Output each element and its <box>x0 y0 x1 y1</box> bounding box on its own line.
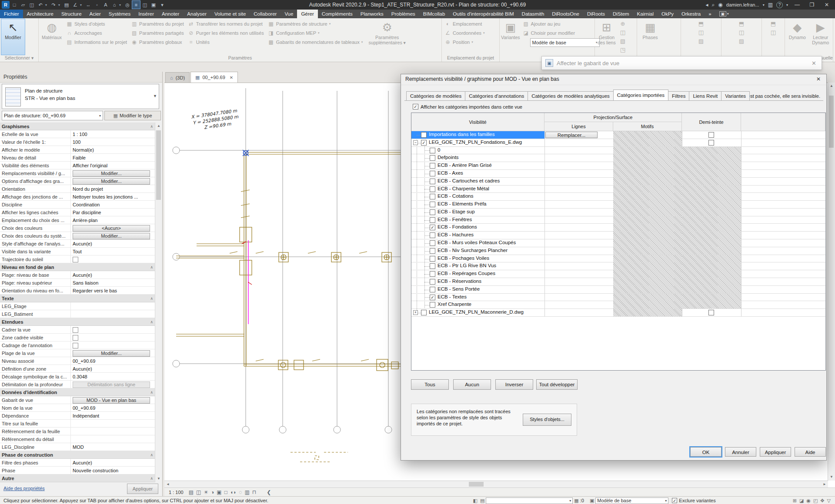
ajouter-au-jeu-button[interactable]: ▧Ajouter au jeu <box>521 19 600 28</box>
editing-requests-icon[interactable]: ▤ <box>480 498 484 504</box>
revit-logo-icon[interactable]: R <box>2 1 10 9</box>
table-row[interactable]: ECB - Sens Portée <box>411 286 825 294</box>
table-row[interactable]: ECB - Eléments Préfa <box>411 201 825 209</box>
tool-icon[interactable]: ▧ <box>618 36 627 45</box>
dialog-tab-variantes[interactable]: Variantes <box>721 91 750 100</box>
property-button[interactable]: Modifier... <box>73 350 150 357</box>
ribbon-tab-volume-et-site[interactable]: Volume et site <box>210 10 250 18</box>
chevron-down-icon[interactable]: ▾ <box>58 3 62 7</box>
tool-icon[interactable]: ⬒ <box>697 19 705 28</box>
param-tres-suppl-mentaires-button[interactable]: ⚙Paramètres supplémentaires ▾ <box>365 19 409 55</box>
customize-qat-icon[interactable]: ▾ <box>158 1 166 9</box>
ribbon-tab-okpy[interactable]: OkPy <box>658 10 678 18</box>
table-row[interactable]: ECB - Repérages Coupes <box>411 270 825 278</box>
tag-icon[interactable]: ◦ <box>93 1 101 9</box>
ribbon-tab-architecture[interactable]: Architecture <box>23 10 57 18</box>
property-value[interactable]: MOD - Vue en plan bas <box>70 396 154 404</box>
property-value[interactable]: 00_+90.69 <box>70 357 154 365</box>
category-checkbox[interactable] <box>430 279 435 285</box>
section-header-donn-es-d-identification[interactable]: Données d'identification∧ <box>0 388 156 396</box>
property-value[interactable]: Normal(e) <box>70 146 154 154</box>
table-row[interactable]: −✓LEG_GOE_TZN_PLN_Fondations_E.dwg <box>411 139 825 147</box>
signed-in-user[interactable]: damien.lefran... <box>726 2 759 7</box>
open-icon[interactable]: ▱ <box>19 1 27 9</box>
property-checkbox[interactable] <box>73 343 78 348</box>
mat-riaux-button[interactable]: ◍Matériaux <box>40 19 63 55</box>
dialog-tab-cat-gories-de-mod-les[interactable]: Catégories de modèles <box>406 91 465 100</box>
workset-select[interactable]: ▾ <box>486 497 573 504</box>
tool-icon[interactable]: ⊕ <box>618 19 627 28</box>
category-checkbox[interactable] <box>430 248 435 254</box>
ribbon-tab-collaborer[interactable]: Collaborer <box>250 10 281 18</box>
property-value[interactable] <box>70 302 154 310</box>
property-button[interactable]: Modifier... <box>73 178 150 185</box>
table-row[interactable]: Xref Charpente <box>411 301 825 309</box>
property-value[interactable]: Nord du projet <box>70 185 154 193</box>
close-icon[interactable]: ✕ <box>810 60 818 66</box>
expand-node-icon[interactable]: + <box>413 310 418 315</box>
inverser-button[interactable]: Inverser <box>495 379 533 390</box>
close-hidden-windows-icon[interactable]: ◫ <box>141 1 149 9</box>
property-checkbox[interactable] <box>73 257 78 262</box>
switch-windows-icon[interactable]: ▣ <box>150 1 157 9</box>
dialog-tab-liens-revit[interactable]: Liens Revit <box>689 91 721 100</box>
property-value[interactable]: 00_+90.69 <box>70 404 154 412</box>
properties-help-link[interactable]: Aide des propriétés <box>3 486 45 491</box>
purger-les-l-ments-non-utilis-s-button[interactable]: ⊘Purger les éléments non utilisés <box>187 28 265 37</box>
property-value[interactable]: Nouvelle construction <box>70 467 154 474</box>
appliquer-button[interactable]: Appliquer <box>760 447 791 457</box>
property-value[interactable]: Aucun(e) <box>70 365 154 373</box>
table-row[interactable]: ECB - Réservations <box>411 278 825 286</box>
category-checkbox-checked[interactable]: ✓ <box>430 225 435 230</box>
section-header-autre[interactable]: Autre∧ <box>0 474 156 482</box>
category-checkbox[interactable] <box>430 186 435 192</box>
temporary-view-properties-icon[interactable]: ▥ <box>245 489 250 495</box>
unit-s-button[interactable]: ⌗Unités <box>187 37 265 46</box>
property-button[interactable]: <Aucun> <box>73 225 150 232</box>
table-row[interactable]: ECB - Etage sup <box>411 209 825 216</box>
ok-button[interactable]: OK <box>690 447 721 457</box>
category-checkbox[interactable] <box>430 163 435 169</box>
tool-icon[interactable]: ◫ <box>618 28 627 36</box>
visual-style-icon[interactable]: ◫ <box>196 489 201 495</box>
annuler-button[interactable]: Annuler <box>725 447 756 457</box>
property-value[interactable] <box>70 334 154 342</box>
halftone-checkbox[interactable] <box>708 132 714 138</box>
table-row[interactable]: ECB - Hachures <box>411 232 825 239</box>
view-template-label[interactable]: Affecter le gabarit de vue <box>557 60 806 66</box>
replace-button[interactable]: Remplacer... <box>545 132 598 138</box>
section-header-phase-de-construction[interactable]: Phase de construction∧ <box>0 451 156 459</box>
section-header-texte[interactable]: Texte∧ <box>0 295 156 302</box>
category-checkbox[interactable] <box>430 287 435 292</box>
restore-button[interactable]: ❐ <box>806 2 818 8</box>
undo-icon[interactable]: ↶ <box>37 1 44 9</box>
ribbon-tab-structure[interactable]: Structure <box>57 10 86 18</box>
aide-button[interactable]: Aide <box>795 447 826 457</box>
view-tab-00-90-69[interactable]: ▦00_+90.69✕ <box>190 72 238 83</box>
modifier-button[interactable]: ↖Modifier <box>1 19 25 55</box>
property-value[interactable]: Arrière-plan <box>70 216 154 224</box>
base-model-select[interactable]: Modèle de base▾ <box>530 38 600 47</box>
table-row[interactable]: ECB - Cotations <box>411 193 825 201</box>
table-row[interactable]: ECB - Murs voiles Poteaux Coupés <box>411 239 825 247</box>
category-checkbox[interactable] <box>430 263 435 269</box>
category-checkbox[interactable] <box>430 202 435 207</box>
choisir-pour-modifier-button[interactable]: ◪Choisir pour modifier <box>521 28 600 37</box>
ribbon-tab-annoter[interactable]: Annoter <box>158 10 183 18</box>
dialog-title-bar[interactable]: Remplacements visibilité / graphisme pou… <box>401 74 826 85</box>
measure-icon[interactable]: ∠ <box>71 1 79 9</box>
property-value[interactable] <box>70 342 154 349</box>
tool-icon[interactable]: ⬒ <box>769 19 778 28</box>
redo-icon[interactable]: ↷ <box>50 1 57 9</box>
param-tres-du-projet-button[interactable]: ▥Paramètres du projet <box>130 19 185 28</box>
table-row[interactable]: ECB - Cartouches et cadres <box>411 178 825 186</box>
design-option-select[interactable]: Modèle de base▾ <box>595 497 668 504</box>
reveal-hidden-icon[interactable]: ◌ <box>239 489 242 495</box>
collapse-arrow-icon[interactable]: ❮ <box>267 489 271 495</box>
requests-icon[interactable]: ▦ <box>574 498 578 504</box>
position-button[interactable]: ⊕Position▾ <box>443 37 486 46</box>
property-value[interactable]: MOD <box>70 443 154 451</box>
category-checkbox[interactable] <box>430 302 435 308</box>
property-button[interactable]: Modifier... <box>73 233 150 239</box>
ribbon-tab-orkestra[interactable]: Orkestra <box>678 10 705 18</box>
